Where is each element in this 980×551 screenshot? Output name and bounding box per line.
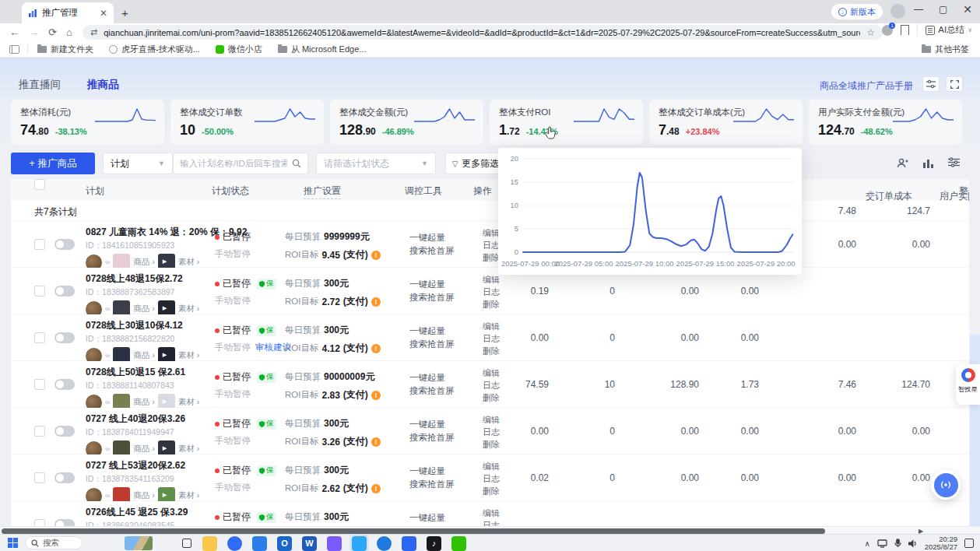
edit-link[interactable]: 编辑 [483,226,500,239]
bookmark-huya[interactable]: 虎牙直播-技术驱动... [109,44,200,55]
volume-icon[interactable] [908,539,918,548]
log-link[interactable]: 日志 [483,472,500,485]
log-link[interactable]: 日志 [483,239,500,251]
start-button[interactable] [8,538,18,548]
warning-icon[interactable]: ! [371,437,381,447]
row-toggle-switch[interactable] [54,239,75,250]
taskbar-app-word[interactable]: W [302,536,317,551]
one-key-boost-link[interactable]: 一键起量 [409,511,455,525]
edit-link[interactable]: 编辑 [483,320,500,332]
microphone-icon[interactable] [894,539,901,548]
row-checkbox[interactable] [34,239,45,250]
sort-icon[interactable] [943,190,947,198]
zhitouxing-widget[interactable]: 智投星 [956,364,980,405]
audience-icon[interactable] [897,157,908,169]
reload-button[interactable]: ⟳ [48,26,57,38]
warning-icon[interactable]: ! [371,251,381,260]
log-link[interactable]: 日志 [483,332,500,345]
warning-icon[interactable]: ! [371,297,381,307]
product-link[interactable]: 商品 › [133,490,154,501]
taskbar-app-browser-blue[interactable] [227,536,242,551]
plan-search-input[interactable] [180,159,287,168]
product-link[interactable]: 商品 › [133,444,154,454]
row-toggle-switch[interactable] [54,332,75,343]
fullscreen-button[interactable] [946,76,963,92]
bookmark-star-icon[interactable]: ☆ [866,27,875,38]
row-toggle-switch[interactable] [54,286,75,297]
back-button[interactable]: ← [9,26,19,38]
row-checkbox[interactable] [34,286,45,297]
bookmark-folder-new[interactable]: 新建文件夹 [37,44,93,55]
material-link[interactable]: 素材 › [178,490,199,501]
window-maximize-button[interactable]: ▢ [939,4,947,15]
taskbar-app-blue-app[interactable] [402,536,416,551]
log-link[interactable]: 日志 [483,426,500,438]
manual-link[interactable]: 商品全域推广产品手册 [820,79,913,93]
search-top-screen-link[interactable]: 搜索抢首屏 [409,291,455,304]
scrollbar-right-arrow[interactable]: ▶ [919,528,923,534]
one-key-boost-link[interactable]: 一键起量 [409,231,455,244]
row-toggle-switch[interactable] [54,472,75,483]
product-link[interactable]: 商品 › [133,350,154,361]
material-link[interactable]: 素材 › [178,304,199,314]
ai-summary-button[interactable]: AI总结 ∨ [917,24,972,36]
widgets-weather-thumbnail[interactable] [125,536,153,550]
log-link[interactable]: 日志 [483,519,500,526]
task-view-icon[interactable] [182,539,191,548]
plan-status-select[interactable]: 请筛选计划状态▼ [316,153,436,174]
new-tab-button[interactable]: + [121,6,128,19]
row-checkbox[interactable] [34,426,45,437]
taskbar-app-wechat[interactable] [451,536,466,551]
material-link[interactable]: 素材 › [178,350,199,361]
home-button[interactable]: ⌂ [66,26,72,38]
log-link[interactable]: 日志 [483,286,500,298]
edit-link[interactable]: 编辑 [483,273,500,286]
display-icon[interactable] [877,539,887,548]
site-info-icon[interactable]: ⇄ [90,27,97,37]
product-link[interactable]: 商品 › [133,397,154,408]
plan-type-select[interactable]: 计划▼ [103,153,173,174]
notification-center-icon[interactable] [964,539,974,548]
warning-icon[interactable]: ! [371,391,381,400]
other-bookmarks[interactable]: 其他书签 [922,41,969,58]
material-link[interactable]: 素材 › [178,397,199,408]
one-key-boost-link[interactable]: 一键起量 [409,465,455,478]
taskbar-search[interactable]: 搜索 [25,536,83,549]
taskbar-app-store[interactable] [252,536,267,551]
material-link[interactable]: 素材 › [178,444,199,454]
hidden-icons-chevron[interactable]: ∧ [864,539,869,548]
search-top-screen-link[interactable]: 搜索抢首屏 [409,478,455,491]
warning-icon[interactable]: ! [371,344,381,353]
row-toggle-switch[interactable] [54,426,75,437]
log-link[interactable]: 日志 [483,379,500,391]
delete-link[interactable]: 删除 [483,345,500,357]
taskbar-app-purple-app[interactable] [327,536,342,551]
row-toggle-switch[interactable] [54,379,75,390]
delete-link[interactable]: 删除 [483,251,500,264]
taskbar-app-blue-ring-app[interactable] [377,536,392,551]
delete-link[interactable]: 删除 [483,391,500,404]
taskbar-app-tiktok[interactable]: ♪ [427,536,441,551]
layout-settings-button[interactable] [922,76,940,92]
one-key-boost-link[interactable]: 一键起量 [409,325,455,338]
row-checkbox[interactable] [34,519,45,527]
tab-close-icon[interactable]: ✕ [100,8,107,19]
table-settings-icon[interactable] [948,157,960,167]
row-checkbox[interactable] [34,379,45,390]
tab-product[interactable]: 推商品 [87,78,119,92]
promote-product-button[interactable]: + 推广商品 [11,153,95,174]
tab-live-room[interactable]: 推直播间 [19,78,61,92]
browser-profile-avatar[interactable] [890,4,905,19]
extension-icon[interactable]: 1 [882,25,893,36]
row-checkbox[interactable] [34,472,45,483]
edit-link[interactable]: 编辑 [483,413,500,426]
bookmark-weixin-shop[interactable]: 微信小店 [216,44,262,55]
browser-tab[interactable]: 推广管理 ✕ [22,2,114,23]
new-version-button[interactable]: ↓新版本 [831,4,883,19]
taskbar-app-chat-app[interactable] [352,536,367,551]
one-key-boost-link[interactable]: 一键起量 [409,278,455,291]
search-top-screen-link[interactable]: 搜索抢首屏 [409,244,455,258]
select-all-checkbox[interactable] [34,179,45,190]
product-link[interactable]: 商品 › [133,304,154,314]
forward-button[interactable]: → [29,26,39,38]
